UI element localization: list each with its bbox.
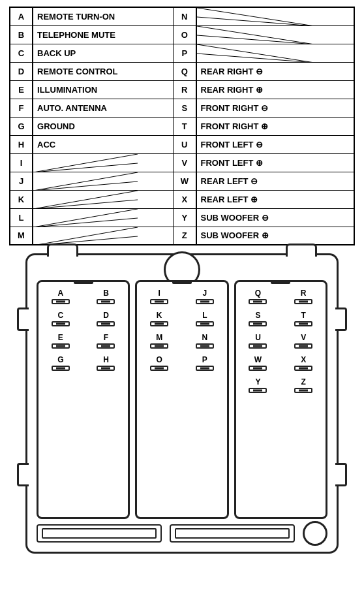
- pin-connector: [294, 321, 312, 326]
- table-left-label: [33, 153, 174, 172]
- svg-line-10: [33, 163, 138, 172]
- table-right-label: [196, 44, 354, 62]
- pin-item: H: [97, 355, 115, 371]
- table-right-label: REAR RIGHT ⊖: [196, 62, 354, 80]
- svg-line-16: [33, 200, 138, 208]
- table-left-label: [33, 208, 174, 227]
- table-right-label: REAR RIGHT ⊕: [196, 80, 354, 99]
- side-right-bottom: [335, 463, 347, 486]
- table-left-label: REMOTE TURN-ON: [33, 7, 174, 25]
- left-connector-section: ABCDEFGH: [37, 280, 130, 519]
- pin-connector: [52, 321, 70, 326]
- side-left-top: [17, 308, 29, 331]
- pin-label: G: [57, 355, 63, 364]
- table-right-letter: V: [174, 153, 196, 172]
- pin-label: B: [103, 289, 109, 298]
- right-section-tab: [271, 280, 290, 284]
- table-left-letter: K: [10, 190, 33, 208]
- table-left-letter: E: [10, 80, 33, 99]
- pin-label: L: [202, 311, 207, 320]
- table-left-label: ACC: [33, 135, 174, 153]
- pin-item: R: [294, 289, 312, 304]
- pin-label: D: [103, 311, 109, 320]
- pin-item: Z: [294, 377, 312, 393]
- table-right-label: SUB WOOFER ⊖: [196, 208, 354, 227]
- table-right-label: FRONT LEFT ⊖: [196, 135, 354, 153]
- svg-line-9: [33, 154, 138, 172]
- pin-connector: [294, 366, 312, 371]
- table-left-letter: L: [10, 208, 33, 227]
- pin-label: H: [103, 355, 109, 364]
- svg-line-15: [33, 191, 138, 208]
- right-pin-grid: QRSTUVWXYZ: [240, 289, 322, 393]
- pin-connector: [294, 299, 312, 304]
- pin-connector: [294, 388, 312, 393]
- pin-label: C: [57, 311, 63, 320]
- pin-label: M: [156, 333, 162, 342]
- pin-item: F: [97, 333, 115, 349]
- table-left-letter: F: [10, 99, 33, 117]
- pin-connector: [97, 321, 115, 326]
- left-pin-grid: ABCDEFGH: [42, 289, 124, 371]
- svg-line-18: [33, 209, 138, 227]
- pin-item: W: [249, 355, 267, 371]
- table-right-letter: X: [174, 190, 196, 208]
- table-left-label: [33, 227, 174, 245]
- pin-connector: [196, 321, 214, 326]
- table-right-letter: P: [174, 44, 196, 62]
- connector-diagram: ABCDEFGH IJKLMNOP QRSTUVWXYZ: [25, 253, 339, 554]
- pin-item: K: [150, 311, 168, 326]
- inner-body: ABCDEFGH IJKLMNOP QRSTUVWXYZ: [37, 280, 327, 519]
- table-right-letter: Z: [174, 227, 196, 245]
- pin-connector: [249, 343, 267, 349]
- side-right-top: [335, 308, 347, 331]
- pin-item: A: [52, 289, 70, 304]
- pin-connector: [196, 366, 214, 371]
- table-left-letter: C: [10, 44, 33, 62]
- pin-item: P: [196, 355, 214, 371]
- table-left-letter: M: [10, 227, 33, 245]
- table-left-letter: G: [10, 117, 33, 135]
- top-protrusion-left: [47, 244, 78, 257]
- table-left-label: AUTO. ANTENNA: [33, 99, 174, 117]
- pin-label: F: [104, 333, 108, 342]
- bottom-slot-right: [170, 524, 295, 543]
- pin-label: P: [202, 355, 207, 364]
- table-left-letter: B: [10, 25, 33, 44]
- bottom-area: [37, 520, 327, 546]
- table-left-letter: J: [10, 172, 33, 190]
- pin-item: M: [150, 333, 168, 349]
- pin-item: N: [196, 333, 214, 349]
- bottom-slot-left: [37, 524, 162, 543]
- svg-line-21: [33, 227, 138, 245]
- pin-connector: [97, 299, 115, 304]
- pin-label: E: [58, 333, 63, 342]
- pin-item: O: [150, 355, 168, 371]
- table-right-letter: T: [174, 117, 196, 135]
- table-right-letter: U: [174, 135, 196, 153]
- table-right-label: [196, 25, 354, 44]
- pin-item: T: [294, 311, 312, 326]
- svg-line-7: [197, 54, 314, 62]
- table-left-letter: I: [10, 153, 33, 172]
- table-left-label: [33, 172, 174, 190]
- pin-label: K: [157, 311, 162, 320]
- svg-line-22: [33, 236, 138, 245]
- svg-line-1: [197, 17, 314, 25]
- bottom-circle: [303, 521, 327, 546]
- svg-line-6: [197, 44, 314, 62]
- pin-connector: [249, 388, 267, 393]
- pin-label: R: [301, 289, 307, 298]
- pin-label: V: [301, 333, 306, 342]
- pin-item: B: [97, 289, 115, 304]
- pin-label: W: [254, 355, 262, 364]
- pin-connector: [52, 343, 70, 349]
- table-right-letter: O: [174, 25, 196, 44]
- pin-connector: [52, 299, 70, 304]
- pin-item: S: [249, 311, 267, 326]
- pin-label: I: [158, 289, 160, 298]
- table-left-label: TELEPHONE MUTE: [33, 25, 174, 44]
- pin-connector: [196, 343, 214, 349]
- pin-label: A: [57, 289, 63, 298]
- bottom-slot-left-inner: [42, 528, 157, 539]
